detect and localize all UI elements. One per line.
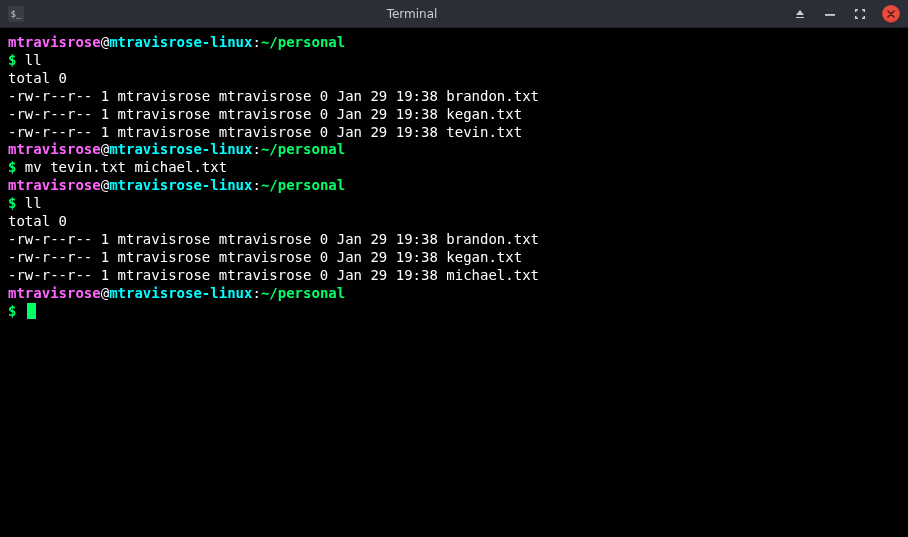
svg-rect-0: [825, 14, 835, 16]
minimize-button[interactable]: [822, 6, 838, 22]
output-line: -rw-r--r-- 1 mtravisrose mtravisrose 0 J…: [8, 231, 900, 249]
prompt-host: mtravisrose-linux: [109, 141, 252, 157]
app-icon: $_: [8, 6, 24, 22]
prompt-host: mtravisrose-linux: [109, 177, 252, 193]
prompt-path: ~/personal: [261, 34, 345, 50]
prompt-line: mtravisrose@mtravisrose-linux:~/personal: [8, 141, 900, 159]
prompt-user: mtravisrose: [8, 34, 101, 50]
output-line: total 0: [8, 213, 900, 231]
prompt-line: mtravisrose@mtravisrose-linux:~/personal: [8, 285, 900, 303]
output-line: -rw-r--r-- 1 mtravisrose mtravisrose 0 J…: [8, 267, 900, 285]
prompt-at: @: [101, 177, 109, 193]
prompt-colon: :: [252, 285, 260, 301]
prompt-user: mtravisrose: [8, 177, 101, 193]
close-button[interactable]: [882, 5, 900, 23]
prompt-path: ~/personal: [261, 285, 345, 301]
output-line: -rw-r--r-- 1 mtravisrose mtravisrose 0 J…: [8, 124, 900, 142]
window-controls: [792, 5, 900, 23]
prompt-at: @: [101, 285, 109, 301]
command-text: mv tevin.txt michael.txt: [25, 159, 227, 175]
prompt-user: mtravisrose: [8, 141, 101, 157]
output-line: total 0: [8, 70, 900, 88]
prompt-dollar: $: [8, 159, 25, 175]
command-line[interactable]: $: [8, 303, 900, 321]
command-line: $ ll: [8, 52, 900, 70]
prompt-colon: :: [252, 177, 260, 193]
command-text: ll: [25, 52, 42, 68]
cursor[interactable]: [27, 303, 36, 319]
prompt-user: mtravisrose: [8, 285, 101, 301]
prompt-colon: :: [252, 34, 260, 50]
maximize-button[interactable]: [852, 6, 868, 22]
terminal-viewport[interactable]: mtravisrose@mtravisrose-linux:~/personal…: [0, 28, 908, 537]
command-text: ll: [25, 195, 42, 211]
prompt-host: mtravisrose-linux: [109, 285, 252, 301]
command-line: $ mv tevin.txt michael.txt: [8, 159, 900, 177]
command-line: $ ll: [8, 195, 900, 213]
output-line: -rw-r--r-- 1 mtravisrose mtravisrose 0 J…: [8, 106, 900, 124]
prompt-at: @: [101, 141, 109, 157]
prompt-dollar: $: [8, 195, 25, 211]
terminal-window: $_ Terminal mtravisrose@mtravisrose-linu…: [0, 0, 908, 537]
prompt-line: mtravisrose@mtravisrose-linux:~/personal: [8, 34, 900, 52]
prompt-path: ~/personal: [261, 141, 345, 157]
prompt-dollar: $: [8, 303, 25, 319]
titlebar[interactable]: $_ Terminal: [0, 0, 908, 28]
eject-icon[interactable]: [792, 6, 808, 22]
prompt-path: ~/personal: [261, 177, 345, 193]
window-title: Terminal: [32, 7, 792, 21]
prompt-dollar: $: [8, 52, 25, 68]
prompt-line: mtravisrose@mtravisrose-linux:~/personal: [8, 177, 900, 195]
prompt-at: @: [101, 34, 109, 50]
prompt-colon: :: [252, 141, 260, 157]
prompt-host: mtravisrose-linux: [109, 34, 252, 50]
output-line: -rw-r--r-- 1 mtravisrose mtravisrose 0 J…: [8, 249, 900, 267]
output-line: -rw-r--r-- 1 mtravisrose mtravisrose 0 J…: [8, 88, 900, 106]
